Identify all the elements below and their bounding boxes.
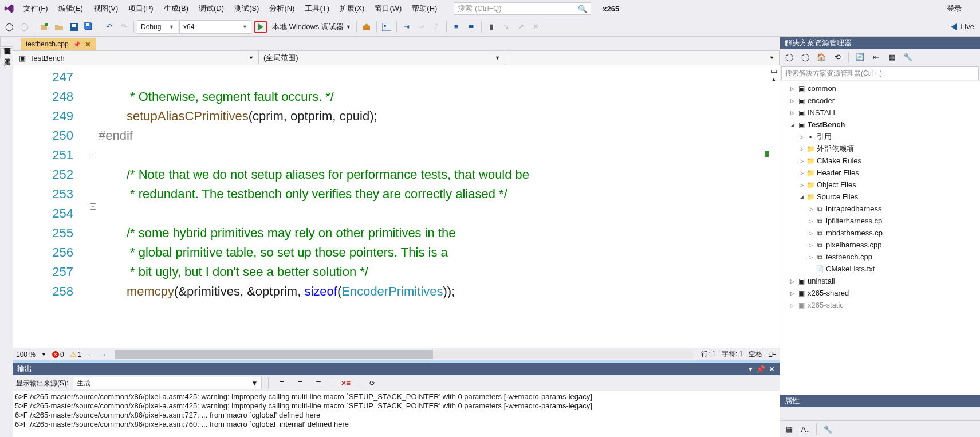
nav-prev-icon[interactable]: ←	[87, 351, 94, 359]
panel-close-icon[interactable]: ✕	[769, 365, 775, 373]
zoom-level[interactable]: 100 %	[16, 351, 36, 359]
start-debug-button[interactable]	[253, 20, 269, 34]
tree-file[interactable]: ⧉testbench.cpp	[780, 251, 980, 263]
tree-node-cmake[interactable]: 📁CMake Rules	[780, 155, 980, 167]
tree-node-shared[interactable]: ▣x265-shared	[780, 287, 980, 299]
warning-count[interactable]: ⚠1	[70, 350, 82, 359]
login-link[interactable]: 登录	[947, 3, 980, 14]
menu-debug[interactable]: 调试(D)	[194, 0, 229, 17]
sln-home-icon[interactable]: 🏠	[814, 50, 828, 64]
menu-file[interactable]: 文件(F)	[18, 0, 53, 17]
horizontal-scrollbar[interactable]	[115, 350, 693, 359]
fold-toggle[interactable]: −	[90, 203, 96, 210]
close-icon[interactable]: ✕	[85, 40, 91, 49]
sln-sync-icon[interactable]: ⟲	[831, 50, 844, 64]
sln-refresh-icon[interactable]: 🔄	[853, 50, 867, 64]
scroll-up-icon[interactable]: ▲	[771, 76, 777, 82]
nav-fwd-icon[interactable]: ◯	[17, 20, 31, 34]
open-icon[interactable]	[52, 20, 66, 34]
sln-collapse-icon[interactable]: ⇤	[869, 50, 883, 64]
nav-back-icon[interactable]: ◯	[2, 20, 16, 34]
fold-toggle[interactable]: −	[90, 152, 96, 158]
tree-file[interactable]: ⧉ipfilterharness.cp	[780, 215, 980, 227]
solution-explorer-title[interactable]: 解决方案资源管理器	[780, 37, 980, 49]
live-share-button[interactable]: Live	[949, 22, 978, 32]
autoscroll-icon[interactable]: ⟳	[365, 376, 379, 390]
tree-file[interactable]: ⧉intrapredharness	[780, 203, 980, 215]
bookmark-clear-icon[interactable]: ✕	[529, 20, 543, 34]
tree-node-common[interactable]: ▣common	[780, 82, 980, 95]
solution-search-input[interactable]: 搜索解决方案资源管理器(Ctrl+;)	[781, 66, 979, 80]
tree-file[interactable]: ⧉mbdstharness.cp	[780, 227, 980, 239]
nav-scope-project[interactable]: ▣ TestBench▼	[13, 51, 259, 65]
tab-testbench[interactable]: testbench.cpp 📌 ✕	[21, 38, 96, 50]
tree-node-external[interactable]: 📁外部依赖项	[780, 143, 980, 155]
props-categorize-icon[interactable]: ▦	[782, 422, 796, 436]
undo-icon[interactable]: ↶	[102, 20, 116, 34]
outdent-icon[interactable]: ≣	[465, 20, 478, 34]
tree-file-cmakelists[interactable]: 📄CMakeLists.txt	[780, 263, 980, 275]
nav-scope-member[interactable]: ▼	[505, 51, 780, 65]
indent-mode[interactable]: 空格	[749, 349, 762, 359]
step-out-icon[interactable]: ⤴	[430, 20, 443, 34]
tree-node-sources[interactable]: 📁Source Files	[780, 191, 980, 203]
line-ending[interactable]: LF	[768, 351, 776, 359]
goto-prev-icon[interactable]: ≣	[275, 376, 289, 390]
panel-pin-icon[interactable]: 📌	[756, 365, 765, 373]
wrap-icon[interactable]: ✕≡	[339, 376, 352, 390]
pin-icon[interactable]: 📌	[73, 41, 80, 48]
tree-node-encoder[interactable]: ▣encoder	[780, 95, 980, 107]
sln-properties-icon[interactable]: 🔧	[901, 50, 915, 64]
menu-window[interactable]: 窗口(W)	[369, 0, 407, 17]
new-project-icon[interactable]	[37, 20, 51, 34]
debugger-target[interactable]: 本地 Windows 调试器 ▼	[270, 20, 353, 34]
step-over-icon[interactable]: ⤻	[415, 20, 428, 34]
tree-node-testbench[interactable]: ▣TestBench	[780, 119, 980, 131]
tree-file[interactable]: ⧉pixelharness.cpp	[780, 239, 980, 251]
redo-icon[interactable]: ↷	[117, 20, 131, 34]
tree-node-static[interactable]: ▣x265-static	[780, 299, 980, 311]
code-editor[interactable]: 247248249250251252253254255256257258 − −…	[13, 65, 780, 348]
split-icon[interactable]: ▭	[770, 66, 777, 75]
solution-tree[interactable]: ▣common ▣encoder ▣INSTALL ▣TestBench ▪引用…	[780, 81, 980, 395]
output-text[interactable]: 6>F:/x265-master/source/common/x86/pixel…	[13, 391, 780, 437]
image-icon[interactable]	[380, 20, 393, 34]
tree-node-refs[interactable]: ▪引用	[780, 131, 980, 143]
menu-view[interactable]: 视图(V)	[88, 0, 123, 17]
indent-icon[interactable]: ≡	[450, 20, 463, 34]
bookmark-next-icon[interactable]: ↗	[514, 20, 528, 34]
menu-project[interactable]: 项目(P)	[123, 0, 158, 17]
menu-analyze[interactable]: 分析(N)	[264, 0, 300, 17]
tree-node-uninstall[interactable]: ▣uninstall	[780, 275, 980, 287]
error-count[interactable]: ✕0	[52, 351, 64, 359]
step-into-icon[interactable]: ⇥	[400, 20, 414, 34]
sln-fwd-icon[interactable]: ◯	[798, 50, 812, 64]
tree-node-headers[interactable]: 📁Header Files	[780, 167, 980, 179]
properties-title[interactable]: 属性	[780, 395, 980, 407]
tree-node-install[interactable]: ▣INSTALL	[780, 107, 980, 119]
platform-combo[interactable]: x64▼	[179, 20, 251, 34]
menu-test[interactable]: 测试(S)	[229, 0, 264, 17]
props-wrench-icon[interactable]: 🔧	[821, 422, 835, 436]
goto-next-icon[interactable]: ≣	[293, 376, 307, 390]
menu-build[interactable]: 生成(B)	[159, 0, 194, 17]
menu-tools[interactable]: 工具(T)	[300, 0, 334, 17]
output-title-bar[interactable]: 输出 ▾ 📌 ✕	[13, 363, 780, 375]
menu-edit[interactable]: 编辑(E)	[53, 0, 88, 17]
clear-icon[interactable]: ≣	[312, 376, 325, 390]
save-icon[interactable]	[67, 20, 81, 34]
quick-search-input[interactable]: 搜索 (Ctrl+Q) 🔍	[454, 2, 591, 15]
config-combo[interactable]: Debug▼	[137, 20, 178, 34]
output-source-combo[interactable]: 生成▼	[73, 377, 262, 389]
build-icon[interactable]	[360, 20, 373, 34]
comment-icon[interactable]: ▮	[485, 20, 498, 34]
tree-node-objects[interactable]: 📁Object Files	[780, 179, 980, 191]
sln-showall-icon[interactable]: ▦	[885, 50, 899, 64]
nav-next-icon[interactable]: →	[100, 351, 107, 359]
props-alpha-icon[interactable]: A↓	[798, 422, 812, 436]
menu-help[interactable]: 帮助(H)	[407, 0, 442, 17]
save-all-icon[interactable]	[82, 20, 96, 34]
menu-extensions[interactable]: 扩展(X)	[334, 0, 369, 17]
nav-scope-global[interactable]: (全局范围)▼	[259, 51, 505, 65]
bookmark-icon[interactable]: ↘	[499, 20, 513, 34]
